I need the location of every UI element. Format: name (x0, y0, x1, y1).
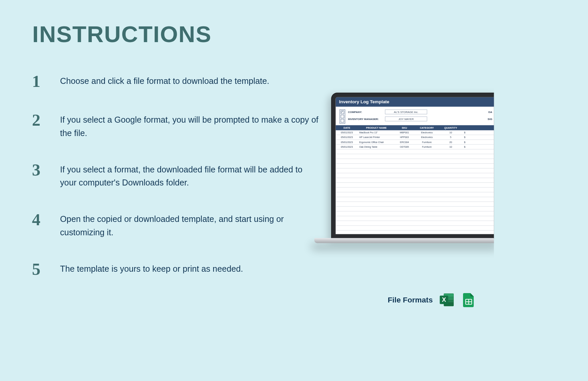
step-number: 2 (32, 112, 45, 128)
col-quantity: QUANTITY (439, 125, 462, 130)
step-text: Choose and click a file format to downlo… (60, 73, 269, 88)
cell-qty: 10 (439, 145, 462, 149)
step-item: 5 The template is yours to keep or print… (32, 261, 321, 277)
empty-row (336, 173, 494, 178)
cell-date: 05/01/2023 (336, 140, 358, 144)
step-text: The template is yours to keep or print a… (60, 261, 243, 275)
step-text: If you select a Google format, you will … (60, 112, 321, 139)
preview-title: Inventory Log Template (336, 97, 494, 107)
empty-row (336, 192, 494, 197)
step-item: 3 If you select a format, the downloaded… (32, 161, 321, 189)
file-formats-label: File Formats (388, 295, 433, 304)
step-number: 5 (32, 261, 45, 277)
empty-row (336, 183, 494, 187)
cell-category: Electronics (414, 135, 440, 139)
step-item: 2 If you select a Google format, you wil… (32, 112, 321, 139)
empty-row (336, 187, 494, 192)
cell-category: Furniture (414, 145, 440, 149)
step-number: 4 (32, 211, 45, 228)
empty-row (336, 159, 494, 163)
laptop-preview: Inventory Log Template COMPANY: AL'S STO… (314, 93, 494, 261)
col-sku: SKU (395, 125, 414, 130)
cell-date: 05/01/2023 (336, 145, 358, 149)
empty-row (336, 212, 494, 216)
table-header: DATE PRODUCT NAME SKU CATEGORY QUANTITY (336, 125, 494, 130)
table-row: 05/01/2023 MacBook Pro 13" MBP001 Electr… (336, 130, 494, 135)
cell-category: Electronics (414, 130, 440, 135)
cell-sku: ERC004 (395, 140, 414, 144)
cell-date: 05/01/2023 (336, 135, 358, 139)
step-text: If you select a format, the downloaded f… (60, 161, 321, 189)
cell-tail: $ (462, 145, 468, 149)
empty-row (336, 164, 494, 168)
cell-sku: MBP001 (395, 130, 414, 135)
cell-sku: HPP003 (395, 135, 414, 139)
step-item: 1 Choose and click a file format to down… (32, 73, 321, 90)
laptop-bezel: Inventory Log Template COMPANY: AL'S STO… (331, 93, 494, 239)
empty-row (336, 154, 494, 159)
laptop-base (314, 238, 494, 243)
empty-row (336, 226, 494, 230)
instruction-list: 1 Choose and click a file format to down… (32, 73, 321, 299)
cell-tail: $ (462, 140, 468, 144)
empty-row (336, 178, 494, 183)
manager-label: INVENTORY MANAGER: (348, 117, 382, 120)
empty-row (336, 202, 494, 207)
col-tail (462, 125, 468, 130)
cell-sku: ODT005 (395, 145, 414, 149)
manager-value: JOY MAYER (385, 117, 427, 121)
svg-text:X: X (442, 296, 446, 303)
excel-icon[interactable]: X (439, 292, 455, 308)
empty-row (336, 221, 494, 226)
empty-row (336, 197, 494, 202)
file-formats: File Formats X (388, 292, 476, 308)
cell-product: MacBook Pro 13" (358, 130, 395, 135)
step-item: 4 Open the copied or downloaded template… (32, 211, 321, 239)
google-sheets-icon[interactable] (461, 292, 476, 308)
company-label: COMPANY: (348, 110, 382, 113)
empty-row (336, 216, 494, 221)
table-row: 05/01/2023 Oak Dining Table ODT005 Furni… (336, 145, 494, 149)
step-number: 3 (32, 161, 45, 178)
cell-product: Oak Dining Table (358, 145, 395, 149)
laptop-screen: Inventory Log Template COMPANY: AL'S STO… (336, 97, 494, 234)
empty-row (336, 149, 494, 154)
checklist-icon (339, 110, 345, 124)
step-text: Open the copied or downloaded template, … (60, 211, 321, 239)
cell-date: 05/01/2023 (336, 130, 358, 135)
cell-tail: $ (462, 135, 468, 139)
empty-row (336, 168, 494, 173)
cell-product: Ergonomic Office Chair (358, 140, 395, 144)
signature-label: SIG (488, 117, 494, 120)
cell-qty: 10 (439, 130, 462, 135)
step-number: 1 (32, 73, 45, 90)
preview-meta: COMPANY: AL'S STORAGE Inc. DA INVENTORY … (336, 107, 494, 125)
cell-tail: $ (462, 130, 468, 135)
table-row: 05/01/2023 HP LaserJet Printer HPP003 El… (336, 135, 494, 140)
table-row: 05/01/2023 Ergonomic Office Chair ERC004… (336, 140, 494, 144)
page-title: INSTRUCTIONS (32, 21, 212, 47)
date-label: DA (488, 110, 494, 113)
company-value: AL'S STORAGE Inc. (385, 110, 427, 114)
empty-row (336, 231, 494, 234)
cell-product: HP LaserJet Printer (358, 135, 395, 139)
empty-row (336, 207, 494, 211)
cell-category: Furniture (414, 140, 440, 144)
cell-qty: 20 (439, 140, 462, 144)
cell-qty: 5 (439, 135, 462, 139)
col-date: DATE (336, 125, 358, 130)
col-product: PRODUCT NAME (358, 125, 395, 130)
col-category: CATEGORY (414, 125, 440, 130)
